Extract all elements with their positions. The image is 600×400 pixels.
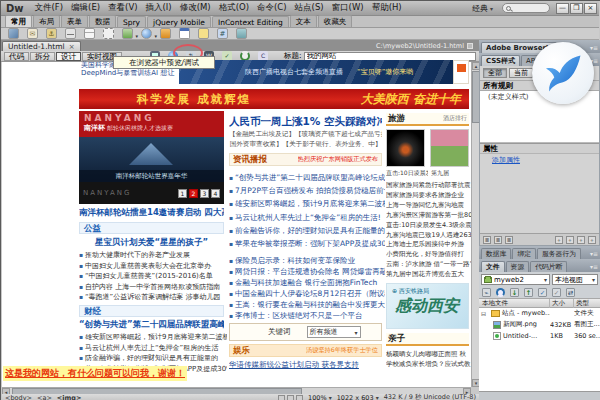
news-link[interactable]: 直击:10日凌晨发生4.3级余震: [386, 221, 471, 231]
css-rules-list[interactable]: (未定义样式): [480, 91, 599, 143]
insert-category-tab[interactable]: Spry: [117, 16, 146, 27]
column-header[interactable]: 类型: [574, 299, 600, 308]
xian-railway-banner[interactable]: 西安铁路局 感动西安: [386, 283, 469, 329]
sub-links[interactable]: 【金融民工出埃及记】【玻璃资产镜下超七成产品亏损】【中资赴美: [229, 130, 382, 139]
vertical-scrollbar[interactable]: ▴ ▾: [471, 62, 479, 387]
news-link[interactable]: 苹果在华被举报垄断：强制下架APP及提成30%: [229, 237, 385, 250]
news-thumbnail[interactable]: [386, 129, 425, 167]
image-icon[interactable]: [122, 28, 133, 39]
table-row[interactable]: ⊟站点 - myweb... 文件夹: [479, 308, 600, 319]
panel-menu-icon[interactable]: ▾≡: [590, 250, 598, 257]
show-category-view-icon[interactable]: ≣: [483, 236, 491, 244]
menu-item[interactable]: 查看(V): [104, 2, 141, 14]
insert-category-tab[interactable]: 收藏夹: [318, 15, 353, 27]
news-link[interactable]: 防金融诈骗，好的理财知识是具有正能量的: [79, 353, 227, 364]
checkout-icon[interactable]: [538, 288, 547, 297]
tab-databases[interactable]: 数据库: [481, 248, 511, 259]
channel-select[interactable]: 所有频道 ▾: [307, 326, 361, 338]
column-header[interactable]: 大小: [550, 299, 574, 308]
news-link[interactable]: 云南：泸水旅游 借“一带一路”: [386, 260, 471, 270]
slideshow[interactable]: NANYANG 南洋杯 邮轮休闲棋牌人才选拔赛 南洋杯邮轮站世界嘉年华 NANY…: [79, 111, 224, 204]
news-link[interactable]: 上海一导游回忆九寨沟地震: [386, 201, 471, 211]
section-header-gongyi[interactable]: 公益: [79, 222, 224, 234]
news-link[interactable]: 国家旅游局要求各旅游企业: [386, 191, 471, 201]
main-headline-link[interactable]: 人民币一周上涨1% 空头踩踏对冲基: [229, 115, 382, 129]
menu-item[interactable]: 修改(M): [176, 2, 215, 14]
hyperlink-icon[interactable]: [8, 28, 19, 39]
insert-category-tab[interactable]: 数据: [89, 15, 116, 27]
red-banner-image[interactable]: 科学发展 成就辉煌 大美陕西 奋进十年: [79, 89, 469, 109]
tab-css-styles[interactable]: CSS样式: [481, 55, 520, 66]
news-link[interactable]: 王嵩：银行要在金融与科技的融合中发挥更大作用: [229, 299, 385, 310]
search-input[interactable]: [502, 3, 550, 13]
tab-snippets[interactable]: 代码片断: [530, 261, 567, 272]
pager-button[interactable]: 2: [189, 189, 198, 198]
widget-icon[interactable]: [160, 28, 171, 39]
news-link[interactable]: 前金融告诉你，好的理财知识是具有正能量的: [229, 224, 385, 237]
delete-rule-icon[interactable]: ＋: [588, 236, 596, 244]
author-note-link[interactable]: 这是我的网站，有什么问题可以问我，谢谢！: [3, 366, 187, 381]
tag-chooser-icon[interactable]: [236, 28, 247, 39]
insert-category-tab[interactable]: 表单: [61, 15, 88, 27]
sub-links[interactable]: 国外资审查收紧】【关于影子银行、表外业务、中】: [229, 140, 382, 149]
news-link[interactable]: “中国妇女儿童慈善奖”(2015-2016)名单: [79, 271, 227, 282]
insert-category-tab[interactable]: 布局: [33, 15, 60, 27]
section-title[interactable]: 娱乐: [233, 345, 250, 357]
insert-category-tab[interactable]: 文本: [290, 15, 317, 27]
news-link[interactable]: DeepMind与暴雪训练AI 想让: [81, 68, 174, 78]
news-link[interactable]: 保险员启示录：科技如何变革保险业: [229, 255, 385, 266]
news-link[interactable]: 国家旅游局紧急行动部署抗震: [386, 181, 471, 191]
table-row[interactable]: 新闻网.png 432KB 看图王...: [479, 319, 600, 330]
thunder-bird-icon[interactable]: [532, 42, 594, 104]
news-link[interactable]: 雄安新区即将崛起，预计9月底将迎来第二波板: [79, 332, 227, 343]
section-title[interactable]: 旅游: [388, 113, 405, 125]
news-link[interactable]: 上海迪士尼乐园接待中外游: [386, 240, 471, 250]
checkin-icon[interactable]: [552, 288, 561, 297]
site-select[interactable]: myweb2 ▾: [481, 274, 550, 285]
news-link[interactable]: “创势与共进”第二十四届品牌联盟高峰论坛成功: [229, 171, 385, 184]
edit-rule-icon[interactable]: ＋: [577, 236, 585, 244]
menu-item[interactable]: 编辑(E): [67, 2, 104, 14]
news-link[interactable]: 雄安新区即将崛起，预计9月底将迎来第二波板块行: [229, 197, 385, 210]
insert-category-tab[interactable]: 常用: [5, 15, 32, 27]
menu-item[interactable]: 窗口(W): [328, 2, 368, 14]
panel-menu-icon[interactable]: ▾≡: [590, 263, 598, 270]
news-link[interactable]: 第九届中国花卉博览会五大: [386, 270, 471, 280]
headline-link[interactable]: “创势与共进”第二十四届品牌联盟高峰: [79, 319, 224, 331]
news-link[interactable]: 杨颖晒女儿肉嘟嘟正面照 秋: [386, 349, 471, 359]
menu-item[interactable]: 站点(S): [291, 2, 328, 14]
window-size[interactable]: 1022 x 603 ▾: [337, 394, 379, 400]
news-link[interactable]: 网贷日报：平台违规遭协会除名 网贷爆雷再敲警钟: [229, 266, 385, 277]
news-thumbnail[interactable]: [430, 129, 469, 167]
hand-tool-icon[interactable]: [287, 395, 294, 400]
news-link[interactable]: 九寨沟地震已致19人遇难263: [386, 231, 471, 241]
tag-selector-item[interactable]: <body>: [5, 394, 32, 400]
css-all-button[interactable]: 全部: [483, 68, 507, 78]
news-link[interactable]: “毒跑道”公益诉讼首案调解结案 涉事幼儿园: [79, 292, 227, 303]
view-button[interactable]: 设计: [56, 52, 81, 61]
view-button[interactable]: 代码: [4, 52, 29, 61]
menu-item[interactable]: 命令(C): [253, 2, 291, 14]
select-tool-icon[interactable]: [278, 395, 285, 400]
tab-bindings[interactable]: 绑定: [512, 248, 536, 259]
notice-link[interactable]: 汤骏坚持6年终获学士学位: [306, 346, 378, 355]
news-link[interactable]: 九寨沟景区滞留游客第一批800人: [386, 211, 471, 221]
insert-category-tab[interactable]: InContext Editing: [212, 16, 289, 27]
section-title[interactable]: 亲子: [388, 333, 405, 345]
tab-files[interactable]: 文件: [481, 261, 505, 272]
document-tab[interactable]: Untitled-1.html ×: [2, 41, 81, 51]
news-link[interactable]: 马云让杭州人率先过上“免押金”租房的生活!: [229, 211, 385, 224]
date-icon[interactable]: [179, 28, 190, 39]
panel-menu-icon[interactable]: ▾≡: [590, 44, 598, 51]
pager-button[interactable]: 1: [178, 189, 187, 198]
script-icon[interactable]: [217, 28, 228, 39]
tab-assets[interactable]: 资源: [506, 261, 530, 272]
tag-selector-item[interactable]: <img>: [57, 394, 82, 400]
workspace-switcher[interactable]: 经典 ▾: [469, 3, 496, 14]
headline-link[interactable]: 星宝贝计划关爱“星星的孩子”: [79, 237, 224, 249]
keyword-input[interactable]: 关键词: [268, 327, 291, 337]
view-button[interactable]: 拆分: [30, 52, 55, 61]
attach-stylesheet-icon[interactable]: ＋: [555, 236, 563, 244]
pager-button[interactable]: 3: [200, 189, 209, 198]
menu-item[interactable]: 插入(I): [142, 2, 176, 14]
